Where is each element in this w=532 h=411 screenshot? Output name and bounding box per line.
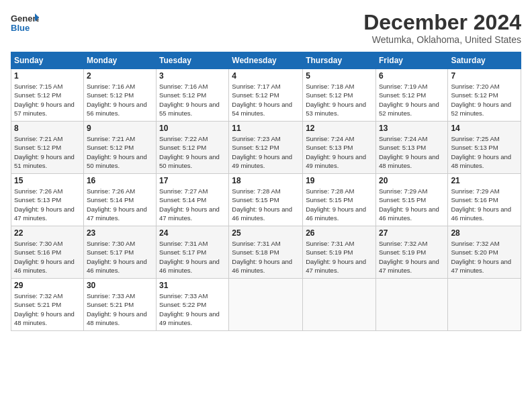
day-cell: 12 Sunrise: 7:24 AMSunset: 5:13 PMDaylig…	[303, 122, 376, 174]
day-number: 30	[87, 281, 153, 290]
day-number: 24	[159, 228, 226, 238]
day-info: Sunrise: 7:26 AMSunset: 5:13 PMDaylight:…	[14, 187, 75, 222]
day-info: Sunrise: 7:31 AMSunset: 5:18 PMDaylight:…	[232, 240, 292, 274]
day-cell: 7 Sunrise: 7:20 AMSunset: 5:12 PMDayligh…	[448, 69, 521, 122]
col-friday: Friday	[375, 52, 447, 69]
day-cell: 3 Sunrise: 7:16 AMSunset: 5:12 PMDayligh…	[157, 69, 229, 122]
day-cell: 26 Sunrise: 7:31 AMSunset: 5:19 PMDaylig…	[303, 226, 376, 279]
svg-text:Blue: Blue	[11, 23, 30, 33]
day-info: Sunrise: 7:27 AMSunset: 5:14 PMDaylight:…	[159, 187, 220, 222]
day-info: Sunrise: 7:19 AMSunset: 5:12 PMDaylight:…	[379, 83, 439, 117]
calendar-subtitle: Wetumka, Oklahoma, United States	[363, 34, 521, 45]
day-info: Sunrise: 7:32 AMSunset: 5:19 PMDaylight:…	[379, 240, 439, 274]
day-cell: 9 Sunrise: 7:21 AMSunset: 5:12 PMDayligh…	[83, 122, 156, 174]
day-cell: 27 Sunrise: 7:32 AMSunset: 5:19 PMDaylig…	[375, 226, 447, 279]
day-cell: 10 Sunrise: 7:22 AMSunset: 5:12 PMDaylig…	[157, 122, 229, 174]
day-number: 1	[14, 71, 81, 81]
day-number: 16	[87, 176, 153, 185]
day-info: Sunrise: 7:29 AMSunset: 5:15 PMDaylight:…	[379, 187, 439, 222]
day-cell: 30 Sunrise: 7:33 AMSunset: 5:21 PMDaylig…	[83, 279, 156, 331]
calendar-table: Sunday Monday Tuesday Wednesday Thursday…	[11, 52, 521, 331]
day-info: Sunrise: 7:16 AMSunset: 5:12 PMDaylight:…	[87, 83, 147, 117]
col-monday: Monday	[83, 52, 156, 69]
day-number: 31	[159, 281, 226, 290]
day-number: 20	[379, 176, 445, 185]
header-row: General Blue December 2024 Wetumka, Okla…	[11, 11, 521, 45]
day-number: 28	[451, 228, 518, 238]
day-number: 21	[451, 176, 518, 185]
day-number: 5	[306, 71, 373, 81]
day-number: 6	[379, 71, 445, 81]
day-cell: 13 Sunrise: 7:24 AMSunset: 5:13 PMDaylig…	[375, 122, 447, 174]
day-info: Sunrise: 7:30 AMSunset: 5:17 PMDaylight:…	[87, 240, 147, 274]
day-info: Sunrise: 7:26 AMSunset: 5:14 PMDaylight:…	[87, 187, 147, 222]
day-cell: 20 Sunrise: 7:29 AMSunset: 5:15 PMDaylig…	[375, 174, 447, 226]
day-number: 12	[306, 124, 373, 133]
day-number: 3	[159, 71, 226, 81]
day-info: Sunrise: 7:31 AMSunset: 5:17 PMDaylight:…	[159, 240, 220, 274]
day-info: Sunrise: 7:33 AMSunset: 5:21 PMDaylight:…	[87, 292, 147, 326]
day-info: Sunrise: 7:25 AMSunset: 5:13 PMDaylight:…	[451, 135, 511, 169]
day-info: Sunrise: 7:15 AMSunset: 5:12 PMDaylight:…	[14, 83, 75, 117]
day-number: 19	[306, 176, 373, 185]
day-number: 26	[306, 228, 373, 238]
day-cell: 28 Sunrise: 7:32 AMSunset: 5:20 PMDaylig…	[448, 226, 521, 279]
day-cell: 17 Sunrise: 7:27 AMSunset: 5:14 PMDaylig…	[157, 174, 229, 226]
day-info: Sunrise: 7:21 AMSunset: 5:12 PMDaylight:…	[87, 135, 147, 169]
day-info: Sunrise: 7:24 AMSunset: 5:13 PMDaylight:…	[379, 135, 439, 169]
day-info: Sunrise: 7:16 AMSunset: 5:12 PMDaylight:…	[159, 83, 220, 117]
day-info: Sunrise: 7:30 AMSunset: 5:16 PMDaylight:…	[14, 240, 75, 274]
day-cell	[448, 279, 521, 331]
col-saturday: Saturday	[448, 52, 521, 69]
calendar-title: December 2024	[363, 11, 521, 34]
day-info: Sunrise: 7:21 AMSunset: 5:12 PMDaylight:…	[14, 135, 75, 169]
week-row-3: 15 Sunrise: 7:26 AMSunset: 5:13 PMDaylig…	[11, 174, 521, 226]
day-cell: 5 Sunrise: 7:18 AMSunset: 5:12 PMDayligh…	[303, 69, 376, 122]
day-info: Sunrise: 7:31 AMSunset: 5:19 PMDaylight:…	[306, 240, 366, 274]
day-cell: 4 Sunrise: 7:17 AMSunset: 5:12 PMDayligh…	[229, 69, 303, 122]
day-number: 7	[451, 71, 518, 81]
logo: General Blue	[11, 11, 39, 35]
col-sunday: Sunday	[11, 52, 84, 69]
day-number: 23	[87, 228, 153, 238]
day-number: 15	[14, 176, 81, 185]
day-cell: 18 Sunrise: 7:28 AMSunset: 5:15 PMDaylig…	[229, 174, 303, 226]
title-block: December 2024 Wetumka, Oklahoma, United …	[363, 11, 521, 45]
day-number: 11	[232, 124, 300, 133]
day-info: Sunrise: 7:22 AMSunset: 5:12 PMDaylight:…	[159, 135, 220, 169]
day-number: 17	[159, 176, 226, 185]
calendar-container: General Blue December 2024 Wetumka, Okla…	[0, 0, 532, 336]
day-cell: 25 Sunrise: 7:31 AMSunset: 5:18 PMDaylig…	[229, 226, 303, 279]
day-cell: 23 Sunrise: 7:30 AMSunset: 5:17 PMDaylig…	[83, 226, 156, 279]
day-number: 14	[451, 124, 518, 133]
day-info: Sunrise: 7:18 AMSunset: 5:12 PMDaylight:…	[306, 83, 366, 117]
day-cell: 8 Sunrise: 7:21 AMSunset: 5:12 PMDayligh…	[11, 122, 84, 174]
day-cell: 6 Sunrise: 7:19 AMSunset: 5:12 PMDayligh…	[375, 69, 447, 122]
day-info: Sunrise: 7:29 AMSunset: 5:16 PMDaylight:…	[451, 187, 511, 222]
day-number: 27	[379, 228, 445, 238]
day-info: Sunrise: 7:28 AMSunset: 5:15 PMDaylight:…	[232, 187, 292, 222]
day-info: Sunrise: 7:23 AMSunset: 5:12 PMDaylight:…	[232, 135, 292, 169]
day-cell: 29 Sunrise: 7:32 AMSunset: 5:21 PMDaylig…	[11, 279, 84, 331]
day-number: 10	[159, 124, 226, 133]
day-info: Sunrise: 7:20 AMSunset: 5:12 PMDaylight:…	[451, 83, 511, 117]
day-number: 25	[232, 228, 300, 238]
day-cell: 24 Sunrise: 7:31 AMSunset: 5:17 PMDaylig…	[157, 226, 229, 279]
header-row-days: Sunday Monday Tuesday Wednesday Thursday…	[11, 52, 521, 69]
day-number: 8	[14, 124, 81, 133]
day-number: 22	[14, 228, 81, 238]
day-cell: 15 Sunrise: 7:26 AMSunset: 5:13 PMDaylig…	[11, 174, 84, 226]
col-tuesday: Tuesday	[157, 52, 229, 69]
day-number: 2	[87, 71, 153, 81]
day-cell: 19 Sunrise: 7:28 AMSunset: 5:15 PMDaylig…	[303, 174, 376, 226]
day-cell: 14 Sunrise: 7:25 AMSunset: 5:13 PMDaylig…	[448, 122, 521, 174]
week-row-5: 29 Sunrise: 7:32 AMSunset: 5:21 PMDaylig…	[11, 279, 521, 331]
day-info: Sunrise: 7:24 AMSunset: 5:13 PMDaylight:…	[306, 135, 366, 169]
col-wednesday: Wednesday	[229, 52, 303, 69]
week-row-1: 1 Sunrise: 7:15 AMSunset: 5:12 PMDayligh…	[11, 69, 521, 122]
day-cell: 21 Sunrise: 7:29 AMSunset: 5:16 PMDaylig…	[448, 174, 521, 226]
day-info: Sunrise: 7:17 AMSunset: 5:12 PMDaylight:…	[232, 83, 292, 117]
day-info: Sunrise: 7:33 AMSunset: 5:22 PMDaylight:…	[159, 292, 220, 326]
svg-text:General: General	[11, 13, 39, 24]
col-thursday: Thursday	[303, 52, 376, 69]
